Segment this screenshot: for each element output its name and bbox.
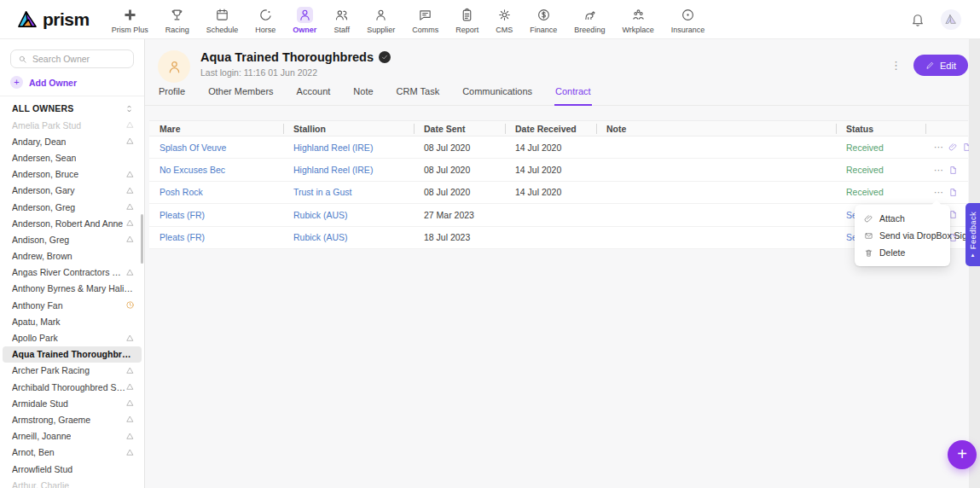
nav-item-label: Report xyxy=(455,26,478,34)
stallion-link[interactable]: Highland Reel (IRE) xyxy=(283,142,414,153)
owner-list-item[interactable]: Apollo Park xyxy=(0,329,144,346)
context-menu-item-attach[interactable]: Attach xyxy=(855,210,950,227)
owner-list-item[interactable]: Amelia Park Stud xyxy=(0,117,144,133)
owner-list-item[interactable]: Andrew, Brown xyxy=(0,248,144,264)
owner-list-item[interactable]: Archer Park Racing xyxy=(0,363,144,379)
owner-list-item[interactable]: Anderson, Robert And Anne xyxy=(0,215,144,231)
notifications-bell-icon[interactable] xyxy=(910,12,925,27)
tab-communications[interactable]: Communications xyxy=(461,86,533,106)
owner-list-item[interactable]: Apatu, Mark xyxy=(0,313,144,329)
stallion-link[interactable]: Rubick (AUS) xyxy=(283,210,414,220)
mare-link[interactable]: Pleats (FR) xyxy=(149,232,283,242)
date-sent-cell: 08 Jul 2020 xyxy=(414,142,505,153)
paperclip-icon xyxy=(948,142,958,152)
nav-item-breeding[interactable]: Breeding xyxy=(565,3,613,36)
stallion-link[interactable]: Trust in a Gust xyxy=(283,187,414,197)
owner-list-item[interactable]: Anthony Fan xyxy=(0,297,144,313)
owner-list-item[interactable]: Archibald Thoroughbred Services xyxy=(0,379,144,395)
owner-list-item[interactable]: Armidale Stud xyxy=(0,395,144,411)
user-avatar[interactable] xyxy=(941,9,961,30)
owner-list-item[interactable]: Arrowfield Stud xyxy=(0,461,144,477)
mare-link[interactable]: Splash Of Veuve xyxy=(149,142,283,153)
nav-item-supplier[interactable]: Supplier xyxy=(358,3,403,36)
date-received-cell: 14 Jul 2020 xyxy=(505,142,596,153)
feedback-tab[interactable]: Feedback ▲ xyxy=(966,203,980,266)
warning-icon xyxy=(125,334,135,343)
row-actions-ellipsis-icon[interactable]: ⋯ xyxy=(934,167,944,173)
search-owner-input[interactable] xyxy=(32,54,126,64)
nav-item-cms[interactable]: CMS xyxy=(487,3,521,36)
nav-item-horse[interactable]: Horse xyxy=(246,3,284,36)
tab-other-members[interactable]: Other Members xyxy=(207,86,274,106)
tab-crm-task[interactable]: CRM Task xyxy=(396,86,441,106)
owner-item-name: Apatu, Mark xyxy=(12,317,61,327)
plus-icon: + xyxy=(10,76,23,89)
mare-link[interactable]: No Excuses Bec xyxy=(149,165,283,175)
status-cell: Received xyxy=(836,165,925,175)
owner-list-item[interactable]: Arnot, Ben xyxy=(0,444,144,461)
owner-item-name: Apollo Park xyxy=(12,333,58,343)
warning-icon xyxy=(125,186,135,195)
nav-item-racing[interactable]: Racing xyxy=(157,3,198,36)
group-icon xyxy=(630,7,647,23)
nav-item-wrkplace[interactable]: Wrkplace xyxy=(613,3,662,36)
tab-account[interactable]: Account xyxy=(296,86,332,106)
main-nav: Prism PlusRacingScheduleHorseOwnerStaffS… xyxy=(103,3,714,36)
kebab-menu-icon[interactable]: ⋮ xyxy=(890,60,902,71)
owner-list-item[interactable]: Anderson, Greg xyxy=(0,199,144,215)
owner-item-name: Angas River Contractors Pty Ltd xyxy=(12,267,125,277)
owner-list-item[interactable]: Anderson, Gary xyxy=(0,183,144,199)
mare-link[interactable]: Posh Rock xyxy=(149,187,283,197)
nav-item-label: Finance xyxy=(530,26,557,34)
nav-item-report[interactable]: Report xyxy=(447,3,487,36)
nav-item-prism-plus[interactable]: Prism Plus xyxy=(103,3,157,36)
nav-item-insurance[interactable]: Insurance xyxy=(663,3,714,36)
owner-item-name: Andersen, Sean xyxy=(12,153,76,163)
tab-note[interactable]: Note xyxy=(352,86,374,106)
nav-item-owner[interactable]: Owner xyxy=(284,3,325,36)
row-actions-ellipsis-icon[interactable]: ⋯ xyxy=(934,144,944,150)
owner-list-item[interactable]: Andersen, Sean xyxy=(0,149,144,166)
owner-list-item[interactable]: Andary, Dean xyxy=(0,133,144,149)
row-actions-ellipsis-icon[interactable]: ⋯ xyxy=(934,189,944,195)
owner-list-item[interactable]: Aqua Trained Thoroughbreds xyxy=(3,346,142,363)
owner-list-item[interactable]: Arneill, Joanne xyxy=(0,428,144,444)
sidebar-scrollbar[interactable] xyxy=(141,214,143,264)
owners-sidebar: + Add Owner ALL OWNERS Amelia Park StudA… xyxy=(0,39,145,488)
file-icon xyxy=(948,166,958,175)
tab-profile[interactable]: Profile xyxy=(158,86,186,106)
envelope-icon xyxy=(864,231,873,241)
owner-list-item[interactable]: Arthur, Charlie xyxy=(0,477,144,488)
owner-item-name: Anderson, Bruce xyxy=(12,169,78,179)
file-icon xyxy=(948,188,958,197)
contracts-table: MareStallionDate SentDate ReceivedNoteSt… xyxy=(149,120,968,249)
add-fab-button[interactable]: + xyxy=(948,440,977,469)
nav-item-staff[interactable]: Staff xyxy=(325,3,358,36)
nav-item-comms[interactable]: Comms xyxy=(403,3,447,36)
stallion-link[interactable]: Rubick (AUS) xyxy=(283,232,414,242)
search-icon xyxy=(18,55,27,64)
context-menu-item-send-via-dropbox-sign[interactable]: Send via DropBox Sign xyxy=(855,227,950,244)
nav-item-schedule[interactable]: Schedule xyxy=(198,3,247,36)
context-menu-item-delete[interactable]: Delete xyxy=(855,244,950,261)
column-header-date-received: Date Received xyxy=(505,124,596,134)
sort-icon[interactable] xyxy=(125,104,134,113)
stallion-link[interactable]: Highland Reel (IRE) xyxy=(283,165,414,175)
owner-list-item[interactable]: Andison, Greg xyxy=(0,231,144,247)
owner-item-name: Anthony Fan xyxy=(12,300,63,311)
nav-item-label: Staff xyxy=(334,26,350,34)
edit-button[interactable]: Edit xyxy=(913,55,968,76)
nav-item-finance[interactable]: Finance xyxy=(521,3,565,36)
owner-list-item[interactable]: Armstrong, Graeme xyxy=(0,411,144,427)
add-owner-button[interactable]: + Add Owner xyxy=(10,76,134,89)
owner-list-item[interactable]: Anthony Byrnes & Mary Halikias Byrnes xyxy=(0,281,144,297)
calendar-icon xyxy=(214,7,230,23)
mare-link[interactable]: Pleats (FR) xyxy=(149,210,283,220)
owners-list-title: ALL OWNERS xyxy=(12,103,73,113)
context-menu-item-label: Send via DropBox Sign xyxy=(879,230,972,241)
owner-list-item[interactable]: Angas River Contractors Pty Ltd xyxy=(0,264,144,281)
owner-list-item[interactable]: Anderson, Bruce xyxy=(0,166,144,183)
tab-contract[interactable]: Contract xyxy=(554,86,592,106)
prism-mark-icon xyxy=(945,14,957,25)
brand-logo[interactable]: prism xyxy=(17,9,90,30)
